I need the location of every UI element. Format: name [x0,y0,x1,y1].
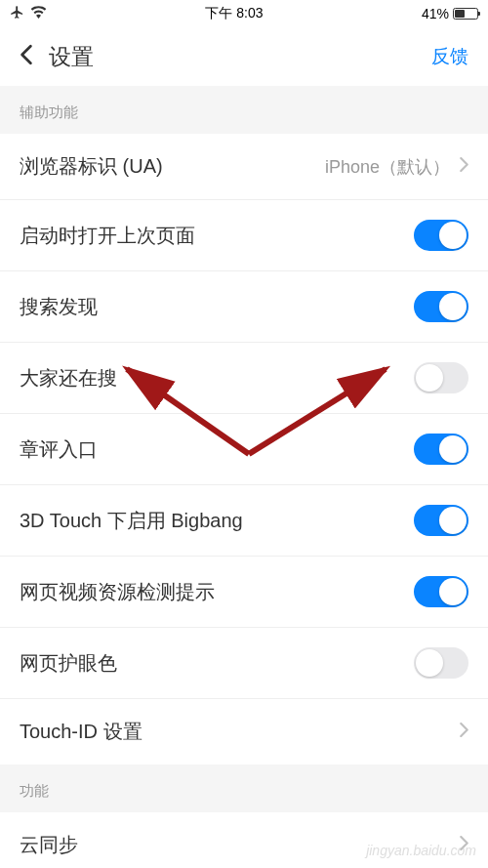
row-label: 启动时打开上次页面 [20,223,195,249]
chevron-right-icon [460,836,468,854]
toggle-people-searching[interactable] [414,362,468,393]
status-time: 下午 8:03 [205,5,263,22]
row-cloud-sync[interactable]: 云同步 [0,812,488,868]
row-chapter-comments: 章评入口 [0,414,488,485]
battery-icon [453,8,478,20]
row-label: 搜索发现 [20,294,98,320]
back-icon[interactable] [20,44,33,69]
toggle-video-detect[interactable] [414,576,468,607]
page-title: 设置 [49,42,94,72]
row-search-discovery: 搜索发现 [0,271,488,343]
feedback-button[interactable]: 反馈 [431,44,468,69]
row-browser-ua[interactable]: 浏览器标识 (UA) iPhone（默认） [0,134,488,200]
toggle-restore-tabs[interactable] [414,220,468,251]
row-label: 章评入口 [20,436,98,463]
battery-percentage: 41% [422,6,449,21]
chevron-right-icon [460,723,468,741]
row-video-detect: 网页视频资源检测提示 [0,557,488,628]
toggle-eye-protect[interactable] [414,647,468,679]
section-accessibility: 辅助功能 [0,86,488,134]
row-label: Touch-ID 设置 [20,719,142,745]
row-restore-tabs: 启动时打开上次页面 [0,200,488,271]
row-label: 大家还在搜 [20,365,117,392]
row-people-searching: 大家还在搜 [0,343,488,414]
toggle-chapter-comments[interactable] [414,434,468,465]
row-label: 网页视频资源检测提示 [20,579,215,605]
row-label: 浏览器标识 (UA) [20,153,163,180]
row-label: 网页护眼色 [20,650,117,677]
chevron-right-icon [460,157,468,176]
row-eye-protect: 网页护眼色 [0,628,488,699]
row-value: iPhone（默认） [325,155,450,179]
section-features: 功能 [0,765,488,812]
toggle-bigbang[interactable] [414,505,468,536]
row-bigbang: 3D Touch 下启用 Bigbang [0,485,488,557]
wifi-icon [30,6,47,21]
row-touch-id[interactable]: Touch-ID 设置 [0,699,488,765]
toggle-search-discovery[interactable] [414,291,468,322]
airplane-icon [10,5,24,22]
row-label: 云同步 [20,832,78,858]
row-label: 3D Touch 下启用 Bigbang [20,508,243,534]
